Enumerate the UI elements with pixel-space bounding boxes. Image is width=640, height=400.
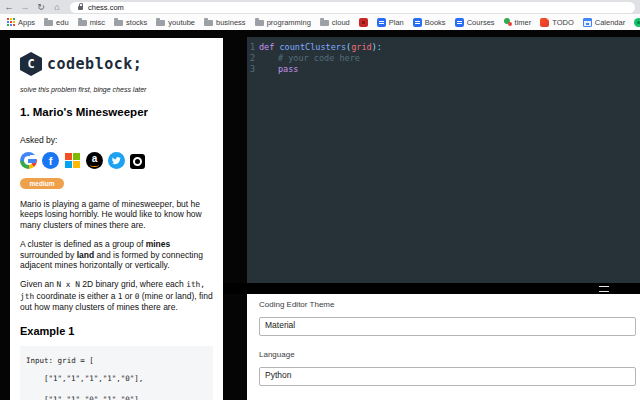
- problem-paragraph-2: A cluster is defined as a group of mines…: [20, 239, 213, 270]
- problem-paragraph-3: Given an N x N 2D binary grid, where eac…: [20, 279, 213, 312]
- bookmark-youtube[interactable]: youtube: [156, 18, 195, 27]
- blue-doc-icon: [455, 18, 464, 27]
- reload-icon[interactable]: ↻: [34, 0, 48, 14]
- amazon-icon: a: [86, 152, 103, 169]
- theme-label: Coding Editor Theme: [259, 300, 635, 309]
- bookmark-todo[interactable]: TODO: [540, 18, 574, 27]
- example-grid-rows: ["1","1","1","1","0"], ["1","1","0","1",…: [26, 368, 207, 400]
- grid-row: ["1","1","1","1","0"],: [44, 368, 207, 389]
- bookmark-blinkist[interactable]: Blinkist: [634, 18, 640, 27]
- forward-icon[interactable]: →: [18, 0, 32, 14]
- apps-grid-icon: [7, 18, 15, 26]
- code-editor[interactable]: 1def countClusters(grid): 2# your code h…: [247, 37, 640, 283]
- brand-logo: C codeblock;: [20, 52, 213, 76]
- folder-icon: [44, 20, 53, 26]
- bookmark-red-site[interactable]: [359, 18, 368, 27]
- google-icon: [20, 152, 37, 169]
- settings-panel: Coding Editor Theme Material Language Py…: [247, 294, 640, 400]
- example-code-block: Input: grid = [ ["1","1","1","1","0"], […: [20, 346, 213, 400]
- timer-icon: [504, 18, 512, 26]
- back-icon[interactable]: ←: [2, 0, 16, 14]
- editor-line-3[interactable]: 3pass: [250, 64, 640, 75]
- bookmark-edu[interactable]: edu: [44, 18, 69, 27]
- example-input-line: Input: grid = [: [26, 354, 207, 368]
- address-bar[interactable]: chess.com: [70, 2, 635, 13]
- theme-select[interactable]: Material: [259, 317, 636, 336]
- blue-doc-icon: [413, 18, 422, 27]
- url-text: chess.com: [88, 3, 124, 12]
- language-select[interactable]: Python: [259, 367, 636, 386]
- folder-icon: [156, 20, 165, 26]
- language-label: Language: [259, 350, 635, 359]
- lock-icon: [78, 6, 83, 10]
- bookmark-courses[interactable]: Courses: [455, 18, 495, 27]
- target-ring-icon: [130, 154, 145, 169]
- line-number: 3: [250, 64, 259, 75]
- blue-doc-icon: [377, 18, 386, 27]
- editor-line-2[interactable]: 2# your code here: [250, 53, 640, 64]
- browser-toolbar: ← → ↻ ⌂ chess.com: [0, 0, 640, 14]
- brand-wordmark: codeblock;: [47, 55, 142, 73]
- bookmark-programming[interactable]: programming: [255, 18, 311, 27]
- line-number: 2: [250, 53, 259, 64]
- bookmark-business[interactable]: business: [204, 18, 246, 27]
- twitter-bird-icon: [111, 155, 122, 166]
- codeblock-logo-icon: C: [20, 52, 42, 76]
- bookmark-calendar[interactable]: Calendar: [583, 18, 625, 27]
- todo-icon: [540, 18, 549, 27]
- red-site-favicon-icon: [359, 18, 368, 27]
- bookmark-timer[interactable]: timer: [504, 18, 532, 27]
- problem-panel: C codeblock; solve this problem first, b…: [10, 38, 223, 400]
- bookmark-plan[interactable]: Plan: [377, 18, 404, 27]
- blinkist-icon: [634, 18, 640, 27]
- browser-window: ← → ↻ ⌂ chess.com Apps edu misc stocks y…: [0, 0, 640, 400]
- bookmark-cloud[interactable]: cloud: [320, 18, 350, 27]
- facebook-icon: f: [42, 152, 59, 169]
- folder-icon: [204, 20, 213, 26]
- folder-icon: [255, 20, 264, 26]
- editor-splitter[interactable]: [223, 283, 640, 294]
- twitter-icon: [108, 152, 125, 169]
- right-pane: 1def countClusters(grid): 2# your code h…: [247, 30, 640, 400]
- folder-icon: [114, 20, 123, 26]
- difficulty-badge: medium: [20, 178, 64, 189]
- asked-by-label: Asked by:: [20, 135, 213, 145]
- company-logos: f a: [20, 152, 213, 169]
- problem-paragraph-1: Mario is playing a game of minesweeper, …: [20, 199, 213, 230]
- grid-row: ["1","1","0","1","0"],: [44, 389, 207, 400]
- calendar-icon: [583, 18, 592, 27]
- bookmark-books[interactable]: Books: [413, 18, 446, 27]
- page-content: C codeblock; solve this problem first, b…: [0, 30, 640, 400]
- line-number: 1: [250, 42, 259, 53]
- bookmark-stocks[interactable]: stocks: [114, 18, 147, 27]
- example-heading: Example 1: [20, 325, 213, 337]
- brand-tagline: solve this problem first, binge chess la…: [20, 86, 213, 93]
- folder-icon: [78, 20, 87, 26]
- problem-title: 1. Mario's Minesweeper: [20, 106, 213, 118]
- editor-line-1[interactable]: 1def countClusters(grid):: [250, 42, 640, 53]
- splitter-handle-icon[interactable]: [599, 286, 609, 292]
- microsoft-icon: [64, 152, 81, 169]
- bookmark-misc[interactable]: misc: [78, 18, 105, 27]
- home-icon[interactable]: ⌂: [50, 0, 64, 14]
- folder-icon: [320, 20, 329, 26]
- bookmark-apps[interactable]: Apps: [7, 18, 35, 27]
- bookmarks-bar: Apps edu misc stocks youtube business pr…: [0, 14, 640, 30]
